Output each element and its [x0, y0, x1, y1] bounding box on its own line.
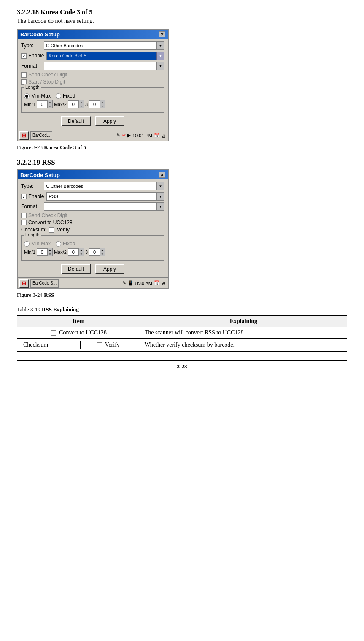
dialog1-field3-label: 3	[85, 102, 88, 107]
format-dropdown-arrow-2[interactable]: ▼	[156, 203, 164, 210]
table-row: Checksum Verify Whether verify checksum …	[17, 339, 347, 352]
table-row2-inner: Checksum Verify	[22, 341, 136, 349]
dialog1-min1-down[interactable]: ▼	[47, 104, 52, 108]
minmax-radio-button-1[interactable]	[24, 93, 30, 99]
format-dropdown-arrow-1[interactable]: ▼	[156, 62, 164, 70]
dialog1-barcode-value: Korea Code 3 of 5	[47, 53, 156, 58]
dialog1-apply-button[interactable]: Apply	[95, 116, 124, 126]
dialog1-max2-down[interactable]: ▼	[78, 104, 84, 108]
fixed-radio-button-2[interactable]	[56, 241, 61, 247]
dialog2-enable-checkbox[interactable]	[21, 194, 27, 199]
dialog2-convert-checkbox[interactable]	[21, 220, 27, 225]
dialog2-format-select[interactable]: ▼	[44, 202, 164, 211]
type-dropdown-arrow-2[interactable]: ▼	[156, 182, 164, 190]
dialog2-taskbar-time: ✎ 📱 8:30 AM 📅 🖨	[122, 280, 166, 286]
figure1-label: Figure 3-23 Korea Code 3 of 5	[17, 144, 347, 151]
dialog1-titlebar: BarCode Setup ✕	[18, 30, 168, 39]
taskbar-icon-arrow-1: ▶	[127, 133, 131, 138]
dialog1-min1-arrows[interactable]: ▲ ▼	[47, 100, 52, 108]
table-row1-item: Convert to UCC128	[17, 327, 140, 339]
dialog2-type-select[interactable]: C.Other Barcodes ▼	[44, 182, 164, 190]
taskbar-icon-cal-1: 📅	[154, 133, 160, 138]
barcode-dropdown-arrow-2[interactable]: ▼	[156, 193, 164, 200]
dialog2-default-button[interactable]: Default	[61, 264, 91, 274]
barcode-dropdown-arrow-1[interactable]: ▼	[156, 52, 164, 60]
dialog1-enable-checkbox[interactable]	[21, 53, 27, 59]
dialog1-start-button[interactable]: ⊞	[19, 131, 29, 140]
dialog2-verify-label: Verify	[57, 227, 70, 233]
dialog2-type-row: Type: C.Other Barcodes ▼	[21, 182, 164, 190]
minmax-radio-label-1: Min-Max	[31, 93, 51, 99]
dialog2-field3-input[interactable]: 0 ▲ ▼	[89, 248, 105, 256]
dialog2-min1-input[interactable]: 0 ▲ ▼	[37, 248, 53, 256]
dialog1-format-select[interactable]: ▼	[44, 62, 164, 70]
dialog2-taskbar-app-label: BarCode S...	[32, 281, 57, 285]
dialog2-max2-down[interactable]: ▼	[78, 252, 84, 256]
dialog2-barcode-select[interactable]: RSS ▼	[46, 192, 164, 201]
dialog2-min1-up[interactable]: ▲	[47, 248, 52, 252]
dialog2-taskbar-app[interactable]: BarCode S...	[30, 279, 59, 288]
dialog2-field3-arrows[interactable]: ▲ ▼	[100, 248, 105, 256]
fixed-radio-label-2: Fixed	[63, 241, 75, 247]
dialog1-type-label: Type:	[21, 43, 42, 49]
figure2-number: Figure 3-24	[17, 292, 43, 298]
dialog1-barcode-select[interactable]: Korea Code 3 of 5 ▼	[46, 52, 164, 60]
dialog2-verify-checkbox[interactable]	[49, 227, 54, 233]
dialog1-max2-arrows[interactable]: ▲ ▼	[78, 100, 84, 108]
dialog1-default-button[interactable]: Default	[61, 116, 91, 126]
dialog1-field3-arrows[interactable]: ▲ ▼	[100, 100, 105, 108]
dialog2-max2-value: 0	[68, 250, 78, 255]
dialog2-checksum-label: Checksum:	[21, 227, 46, 233]
dialog1-field3-input[interactable]: 0 ▲ ▼	[89, 100, 105, 108]
minmax-radio-label-2: Min-Max	[31, 241, 51, 247]
dialog1-type-row: Type: C.Other Barcodes ▼	[21, 41, 164, 50]
dialog2-minmax-row: Min/1 0 ▲ ▼ Max/2 0 ▲ ▼	[24, 248, 162, 256]
minmax-radio-button-2[interactable]	[24, 241, 30, 247]
dialog2-max2-input[interactable]: 0 ▲ ▼	[68, 248, 84, 256]
dialog2-apply-button[interactable]: Apply	[95, 264, 124, 274]
dialog2-min1-down[interactable]: ▼	[47, 252, 52, 256]
table-title: Table 3-19 RSS Explaining	[17, 306, 347, 313]
dialog1-max2-up[interactable]: ▲	[78, 100, 84, 104]
table-row2-checksum: Checksum	[22, 341, 80, 349]
dialog2-field3-up[interactable]: ▲	[100, 248, 105, 252]
dialog2-max2-up[interactable]: ▲	[78, 248, 84, 252]
dialog1-taskbar-app[interactable]: BarCod...	[30, 131, 52, 140]
dialog1-close-button[interactable]: ✕	[159, 31, 165, 37]
dialog1-max2-input[interactable]: 0 ▲ ▼	[68, 100, 84, 108]
dialog2-radio-row: Min-Max Fixed	[24, 241, 162, 247]
dialog1-type-select[interactable]: C.Other Barcodes ▼	[44, 41, 164, 50]
taskbar-icon-printer-1: 🖨	[162, 133, 166, 138]
table-title-name: RSS Explaining	[42, 306, 79, 312]
dialog1-format-row: Format: ▼	[21, 62, 164, 70]
dialog1-min1-input[interactable]: 0 ▲ ▼	[37, 100, 53, 108]
table-row2-item: Checksum Verify	[17, 339, 140, 352]
type-dropdown-arrow[interactable]: ▼	[156, 42, 164, 49]
table-row2-verify: Verify	[80, 341, 135, 349]
dialog2-field3-value: 0	[89, 250, 100, 255]
fixed-radio-button-1[interactable]	[56, 93, 61, 99]
figure1-number: Figure 3-23	[17, 144, 43, 150]
dialog2-field3-down[interactable]: ▼	[100, 252, 105, 256]
dialog1-taskbar-app-label: BarCod...	[32, 133, 50, 138]
taskbar-icon-cal-2: 📅	[154, 280, 160, 286]
dialog2-fixed-radio[interactable]: Fixed	[56, 241, 75, 247]
dialog2-title: BarCode Setup	[20, 172, 60, 178]
dialog2-send-check-checkbox[interactable]	[21, 213, 27, 218]
dialog2-min1-value: 0	[37, 250, 47, 255]
dialog1-field3-down[interactable]: ▼	[100, 104, 105, 108]
dialog2-start-button[interactable]: ⊞	[19, 279, 29, 288]
dialog2-minmax-radio[interactable]: Min-Max	[24, 241, 51, 247]
dialog1-field3-up[interactable]: ▲	[100, 100, 105, 104]
dialog2-body: Type: C.Other Barcodes ▼ Enable RSS ▼ Fo…	[18, 179, 168, 277]
dialog2-send-check-label: Send Check Digit	[28, 212, 67, 218]
dialog1-fixed-radio[interactable]: Fixed	[56, 93, 75, 99]
dialog2-max2-arrows[interactable]: ▲ ▼	[78, 248, 84, 256]
dialog1-send-check-label: Send Check Digit	[28, 72, 67, 78]
dialog1-minmax-radio[interactable]: Min-Max	[24, 93, 51, 99]
dialog1-send-check-checkbox[interactable]	[21, 72, 27, 78]
dialog1-start-stop-checkbox[interactable]	[21, 79, 27, 85]
dialog2-close-button[interactable]: ✕	[159, 172, 165, 178]
dialog1-min1-up[interactable]: ▲	[47, 100, 52, 104]
dialog2-min1-arrows[interactable]: ▲ ▼	[47, 248, 52, 256]
